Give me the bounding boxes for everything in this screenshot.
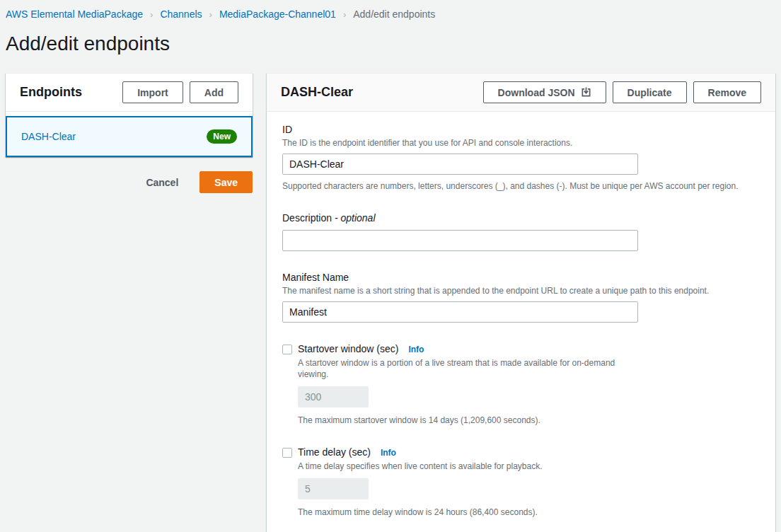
time-delay-info-link[interactable]: Info — [381, 448, 396, 458]
save-button[interactable]: Save — [199, 171, 253, 193]
time-delay-input — [298, 478, 369, 499]
time-delay-field-group: Time delay (sec) Info A time delay speci… — [282, 446, 760, 518]
endpoint-detail-title: DASH-Clear — [281, 85, 353, 100]
breadcrumb-link-channels[interactable]: Channels — [160, 8, 202, 20]
breadcrumb-separator-icon: › — [150, 9, 153, 20]
new-badge: New — [207, 129, 237, 144]
description-input[interactable] — [282, 230, 638, 251]
page-title: Add/edit endpoints — [6, 33, 775, 55]
endpoint-list-item-dash-clear[interactable]: DASH-Clear New — [6, 116, 253, 157]
endpoints-panel-header: Endpoints Import Add — [6, 74, 253, 111]
startover-window-input — [298, 386, 369, 407]
breadcrumb-link-mediapackage[interactable]: AWS Elemental MediaPackage — [6, 8, 143, 20]
endpoints-panel-title: Endpoints — [20, 85, 82, 100]
endpoint-detail-panel: DASH-Clear Download JSON Duplicate Remov… — [267, 73, 775, 532]
description-field-group: Description - optional — [282, 212, 760, 251]
id-field-group: ID The ID is the endpoint identifier tha… — [282, 123, 760, 192]
breadcrumb: AWS Elemental MediaPackage › Channels › … — [6, 7, 775, 21]
endpoint-detail-column: DASH-Clear Download JSON Duplicate Remov… — [267, 73, 775, 532]
id-hint: Supported characters are numbers, letter… — [282, 180, 760, 192]
manifest-name-description: The manifest name is a short string that… — [282, 285, 760, 296]
description-label: Description — [282, 212, 332, 224]
duplicate-button[interactable]: Duplicate — [613, 81, 687, 103]
manifest-name-label: Manifest Name — [282, 271, 760, 284]
endpoint-form: ID The ID is the endpoint identifier tha… — [267, 112, 775, 532]
import-button[interactable]: Import — [122, 81, 183, 103]
time-delay-label: Time delay (sec) — [298, 446, 371, 459]
startover-window-checkbox[interactable] — [282, 345, 292, 354]
time-delay-description: A time delay specifies when live content… — [298, 461, 630, 472]
id-label: ID — [282, 123, 760, 137]
time-delay-hint: The maximum time delay window is 24 hour… — [298, 507, 760, 518]
startover-window-description: A startover window is a portion of a liv… — [298, 357, 630, 380]
endpoint-list: DASH-Clear New — [6, 112, 253, 157]
manifest-name-field-group: Manifest Name The manifest name is a sho… — [282, 271, 760, 323]
startover-window-label: Startover window (sec) — [298, 342, 398, 356]
add-button[interactable]: Add — [190, 81, 238, 103]
download-icon — [581, 87, 591, 98]
manifest-name-input[interactable] — [282, 301, 638, 323]
id-input[interactable] — [282, 154, 638, 175]
startover-window-info-link[interactable]: Info — [408, 345, 424, 354]
id-description: The ID is the endpoint identifier that y… — [282, 137, 760, 149]
endpoints-column: Endpoints Import Add DASH-Clear New Canc… — [6, 73, 253, 193]
startover-window-field-group: Startover window (sec) Info A startover … — [282, 342, 760, 426]
download-json-button[interactable]: Download JSON — [483, 81, 606, 103]
description-optional-label: - optional — [335, 212, 376, 224]
breadcrumb-link-channel01[interactable]: MediaPackage-Channel01 — [219, 8, 336, 20]
remove-button[interactable]: Remove — [693, 81, 761, 103]
endpoint-detail-header: DASH-Clear Download JSON Duplicate Remov… — [267, 74, 775, 112]
breadcrumb-current: Add/edit endpoints — [353, 8, 435, 20]
download-json-label: Download JSON — [498, 87, 575, 98]
form-actions: Cancel Save — [6, 171, 253, 193]
breadcrumb-separator-icon: › — [209, 9, 212, 20]
breadcrumb-separator-icon: › — [343, 9, 346, 20]
startover-window-hint: The maximum startover window is 14 days … — [298, 415, 760, 426]
cancel-button[interactable]: Cancel — [146, 171, 178, 193]
endpoints-panel: Endpoints Import Add DASH-Clear New — [6, 73, 253, 157]
page: AWS Elemental MediaPackage › Channels › … — [0, 0, 781, 532]
endpoint-name[interactable]: DASH-Clear — [21, 131, 76, 142]
time-delay-checkbox[interactable] — [282, 448, 292, 458]
